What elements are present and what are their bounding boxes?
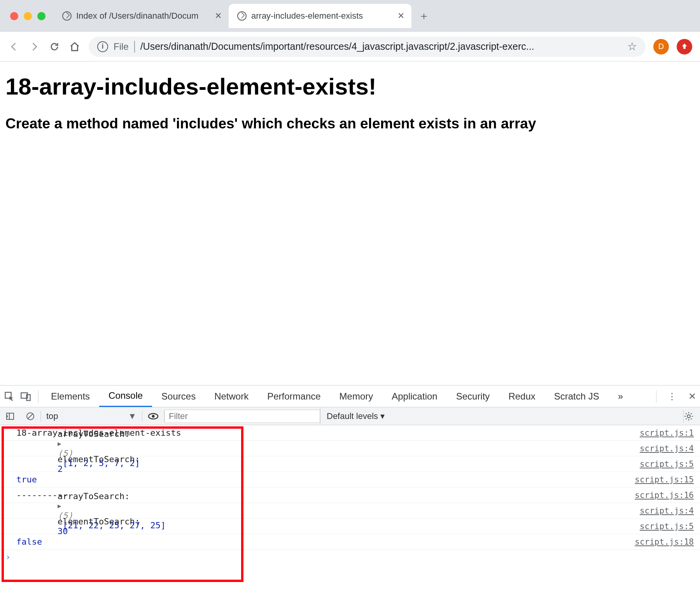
url-scheme-label: File <box>114 41 129 52</box>
macos-traffic-lights <box>3 12 54 20</box>
devtools-tabbar: Elements Console Sources Network Perform… <box>0 386 700 407</box>
console-row[interactable]: elementToSearch: 2 script.js:5 <box>0 456 700 472</box>
panels-overflow[interactable]: » <box>609 386 632 407</box>
panel-network[interactable]: Network <box>205 386 258 407</box>
bookmark-star-icon[interactable]: ☆ <box>627 40 637 53</box>
zoom-window-button[interactable] <box>37 12 46 20</box>
page-title: 18-array-includes-element-exists! <box>5 73 695 100</box>
close-tab-icon[interactable]: ✕ <box>215 11 222 21</box>
device-toolbar-icon[interactable] <box>20 391 31 402</box>
separator <box>38 390 38 403</box>
panel-memory[interactable]: Memory <box>330 386 383 407</box>
panel-sources[interactable]: Sources <box>152 386 205 407</box>
source-link[interactable]: script.js:5 <box>640 459 694 469</box>
log-label: elementToSearch: <box>58 517 150 526</box>
source-link[interactable]: script.js:4 <box>640 444 694 453</box>
svg-point-8 <box>152 415 155 417</box>
log-value: 2 <box>58 464 63 474</box>
expand-triangle-icon[interactable]: ▶ <box>58 440 61 447</box>
browser-tabstrip: Index of /Users/dinanath/Docum ✕ array-i… <box>54 0 700 32</box>
svg-rect-3 <box>7 413 14 419</box>
panel-application[interactable]: Application <box>382 386 446 407</box>
log-label: arrayToSearch: <box>58 491 135 501</box>
svg-point-9 <box>687 415 690 418</box>
panel-console[interactable]: Console <box>99 386 152 407</box>
address-bar[interactable]: i File /Users/dinanath/Documents/importa… <box>89 37 646 57</box>
url-path: /Users/dinanath/Documents/important/reso… <box>140 41 622 52</box>
separator <box>134 41 135 53</box>
expand-triangle-icon[interactable]: ▶ <box>58 502 61 510</box>
panel-elements[interactable]: Elements <box>42 386 99 407</box>
devtools-menu-icon[interactable]: ⋮ <box>667 391 677 402</box>
panel-scratch-js[interactable]: Scratch JS <box>545 386 609 407</box>
source-link[interactable]: script.js:18 <box>635 537 694 547</box>
panel-security[interactable]: Security <box>447 386 499 407</box>
source-link[interactable]: script.js:4 <box>640 506 694 515</box>
tab-array-includes[interactable]: array-includes-element-exists ✕ <box>229 4 411 28</box>
log-label: elementToSearch: <box>58 454 150 464</box>
source-link[interactable]: script.js:15 <box>635 475 694 484</box>
devtools-close-icon[interactable]: ✕ <box>688 391 696 402</box>
reload-button[interactable] <box>48 40 61 53</box>
page-subtitle: Create a method named 'includes' which c… <box>5 116 695 132</box>
window-titlebar: Index of /Users/dinanath/Docum ✕ array-i… <box>0 0 700 32</box>
new-tab-button[interactable]: ＋ <box>418 11 429 21</box>
separator <box>656 390 656 403</box>
inspect-element-icon[interactable] <box>4 391 15 402</box>
browser-toolbar: i File /Users/dinanath/Documents/importa… <box>0 32 700 61</box>
console-prompt[interactable]: › <box>0 550 700 564</box>
tab-title: array-includes-element-exists <box>251 11 390 21</box>
panel-performance[interactable]: Performance <box>258 386 330 407</box>
log-label: arrayToSearch: <box>58 429 135 439</box>
panel-redux[interactable]: Redux <box>499 386 544 407</box>
profile-avatar[interactable]: D <box>653 39 669 54</box>
close-window-button[interactable] <box>10 12 18 20</box>
globe-icon <box>62 11 72 21</box>
source-link[interactable]: script.js:16 <box>635 491 694 500</box>
home-button[interactable] <box>68 40 81 53</box>
site-info-icon[interactable]: i <box>97 41 108 52</box>
log-keyword: false <box>16 537 42 547</box>
console-output: 18-array-includes-element-exists script.… <box>0 425 700 603</box>
svg-line-6 <box>28 414 33 419</box>
console-row[interactable]: elementToSearch: 30 script.js:5 <box>0 519 700 534</box>
page-content: 18-array-includes-element-exists! Create… <box>0 61 700 380</box>
extension-update-badge[interactable] <box>677 39 692 54</box>
devtools-dock-controls <box>4 391 31 402</box>
devtools-panel: Elements Console Sources Network Perform… <box>0 385 700 603</box>
globe-icon <box>237 11 247 21</box>
source-link[interactable]: script.js:1 <box>640 428 694 438</box>
back-button[interactable] <box>8 40 20 53</box>
tab-index-page[interactable]: Index of /Users/dinanath/Docum ✕ <box>54 4 229 28</box>
close-tab-icon[interactable]: ✕ <box>397 11 404 21</box>
log-value: 30 <box>58 526 68 536</box>
tab-title: Index of /Users/dinanath/Docum <box>76 11 208 21</box>
forward-button[interactable] <box>28 40 40 53</box>
minimize-window-button[interactable] <box>24 12 32 20</box>
console-settings-icon[interactable] <box>684 411 700 421</box>
avatar-initial: D <box>658 42 664 51</box>
source-link[interactable]: script.js:5 <box>640 522 694 531</box>
